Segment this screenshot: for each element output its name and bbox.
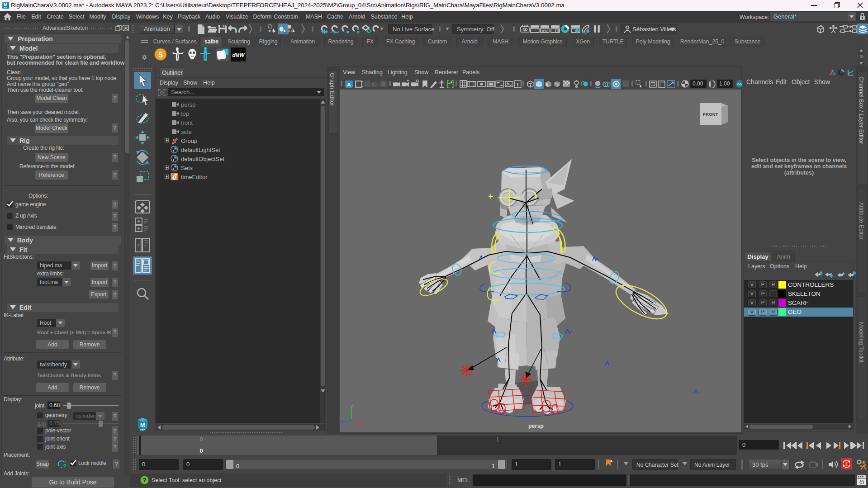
svg-text:z: z [341, 418, 344, 424]
svg-text:dMW: dMW [232, 52, 245, 58]
svg-text:AYA: AYA [4, 6, 8, 9]
svg-text:T: T [516, 82, 519, 87]
svg-text:persp: persp [528, 423, 544, 429]
svg-text:A: A [347, 82, 351, 87]
svg-text:IPR: IPR [542, 29, 547, 33]
svg-text:5: 5 [158, 51, 162, 59]
svg-text:y: y [350, 403, 353, 409]
svg-text:FRONT: FRONT [703, 112, 718, 117]
svg-text:+: + [137, 226, 140, 231]
svg-text:+: + [137, 218, 140, 224]
svg-text:+: + [137, 242, 140, 248]
svg-text:x: x [360, 420, 364, 426]
svg-text:{;}: {;} [859, 480, 864, 484]
svg-text:AYA: AYA [140, 428, 146, 431]
svg-text:?: ? [143, 477, 147, 483]
svg-text:M: M [140, 422, 145, 428]
